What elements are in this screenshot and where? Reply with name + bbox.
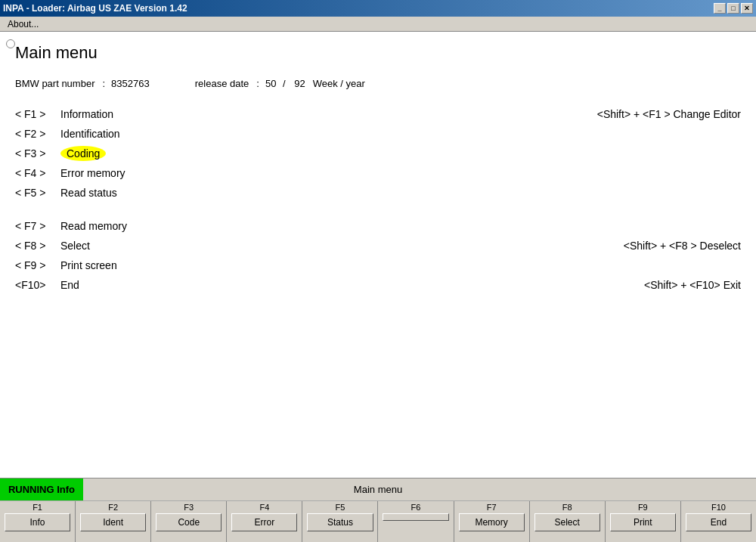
about-menu[interactable]: About... <box>3 18 43 30</box>
f5-key: < F5 > <box>15 187 60 199</box>
fkey-button-f10[interactable]: End <box>686 513 751 531</box>
f7-key: < F7 > <box>15 220 60 232</box>
fkey-cell-f7: F7Memory <box>454 501 530 542</box>
f9-key: < F9 > <box>15 259 60 271</box>
page-title: Main menu <box>15 43 741 63</box>
fkey-button-f5[interactable]: Status <box>307 513 373 531</box>
menu-item-f3[interactable]: < F3 > Coding <box>15 147 741 160</box>
fkey-num-f3: F3 <box>184 503 194 512</box>
fkey-num-f1: F1 <box>33 503 42 512</box>
fkey-button-f3[interactable]: Code <box>156 513 222 531</box>
spacer <box>15 206 741 220</box>
fkey-num-f7: F7 <box>487 503 497 512</box>
f4-label: Error memory <box>60 167 741 179</box>
fkey-num-f8: F8 <box>562 503 572 512</box>
part-number-value: 8352763 <box>111 78 150 89</box>
menu-item-f9[interactable]: < F9 > Print screen <box>15 259 741 271</box>
fkey-button-f4[interactable]: Error <box>231 513 297 531</box>
fkey-button-f1[interactable]: Info <box>5 513 70 531</box>
release-date-label: release date <box>195 78 249 89</box>
f3-label: Coding <box>60 147 741 160</box>
f9-label: Print screen <box>60 259 741 271</box>
f8-key: < F8 > <box>15 240 60 252</box>
f10-label: End <box>60 279 644 291</box>
f10-shift: <Shift> + <F10> Exit <box>644 279 741 291</box>
fkey-button-f7[interactable]: Memory <box>459 513 525 531</box>
fkey-cell-f6: F6 <box>378 501 454 542</box>
f3-key: < F3 > <box>15 147 60 160</box>
menu-item-f1[interactable]: < F1 > Information <Shift> + <F1 > Chang… <box>15 108 741 120</box>
menu-item-f7[interactable]: < F7 > Read memory <box>15 220 741 232</box>
title-controls: _ □ ✕ <box>714 3 753 14</box>
menu-item-f5[interactable]: < F5 > Read status <box>15 187 741 199</box>
f3-highlight: Coding <box>60 146 106 161</box>
radio-indicator <box>6 39 15 48</box>
menu-item-f10[interactable]: <F10> End <Shift> + <F10> Exit <box>15 279 741 291</box>
fkey-button-f2[interactable]: Ident <box>80 513 146 531</box>
f4-key: < F4 > <box>15 167 60 179</box>
function-key-bar: F1InfoF2IdentF3CodeF4ErrorF5StatusF6F7Me… <box>0 500 756 542</box>
fkey-cell-f2: F2Ident <box>76 501 151 542</box>
fkey-cell-f8: F8Select <box>530 501 606 542</box>
fkey-button-f6[interactable] <box>383 513 448 521</box>
fkey-cell-f5: F5Status <box>302 501 378 542</box>
menu-item-f8[interactable]: < F8 > Select <Shift> + <F8 > Deselect <box>15 240 741 252</box>
menu-bar: About... <box>0 17 756 32</box>
f2-key: < F2 > <box>15 128 60 140</box>
status-bar: RUNNING Info Main menu <box>0 478 756 500</box>
f1-shift: <Shift> + <F1 > Change Editor <box>597 108 741 120</box>
running-text: RUNNING <box>8 484 54 495</box>
title-bar: INPA - Loader: Airbag US ZAE Version 1.4… <box>0 0 756 17</box>
running-indicator: RUNNING Info <box>0 479 83 500</box>
close-button[interactable]: ✕ <box>741 3 753 14</box>
f2-label: Identification <box>60 128 741 140</box>
f7-label: Read memory <box>60 220 741 232</box>
part-info: BMW part number : 8352763 release date :… <box>15 78 741 89</box>
main-content: Main menu BMW part number : 8352763 rele… <box>0 32 756 478</box>
fkey-num-f4: F4 <box>259 503 269 512</box>
minimize-button[interactable]: _ <box>714 3 726 14</box>
release-week: 50 <box>265 78 276 89</box>
release-separator: / <box>280 78 288 89</box>
window-title: INPA - Loader: Airbag US ZAE Version 1.4… <box>3 3 187 14</box>
fkey-num-f9: F9 <box>638 503 648 512</box>
f1-key: < F1 > <box>15 108 60 120</box>
fkey-cell-f4: F4Error <box>227 501 302 542</box>
fkey-cell-f3: F3Code <box>151 501 227 542</box>
status-center-text: Main menu <box>354 484 402 495</box>
fkey-cell-f10: F10End <box>681 501 756 542</box>
f8-label: Select <box>60 240 624 252</box>
maximize-button[interactable]: □ <box>727 3 739 14</box>
f10-key: <F10> <box>15 279 60 291</box>
f5-label: Read status <box>60 187 741 199</box>
menu-items: < F1 > Information <Shift> + <F1 > Chang… <box>15 108 741 291</box>
menu-item-f2[interactable]: < F2 > Identification <box>15 128 741 140</box>
f8-shift: <Shift> + <F8 > Deselect <box>624 240 741 252</box>
fkey-num-f2: F2 <box>108 503 118 512</box>
fkey-cell-f1: F1Info <box>0 501 76 542</box>
fkey-num-f10: F10 <box>711 503 726 512</box>
part-number-label: BMW part number <box>15 78 94 89</box>
release-year: 92 <box>294 78 305 89</box>
fkey-num-f5: F5 <box>336 503 345 512</box>
menu-item-f4[interactable]: < F4 > Error memory <box>15 167 741 179</box>
fkey-cell-f9: F9Print <box>606 501 681 542</box>
info-text: Info <box>57 484 75 495</box>
fkey-num-f6: F6 <box>411 503 421 512</box>
fkey-button-f9[interactable]: Print <box>610 513 676 531</box>
f1-label: Information <box>60 108 597 120</box>
week-year-label: Week / year <box>313 78 365 89</box>
fkey-button-f8[interactable]: Select <box>534 513 600 531</box>
